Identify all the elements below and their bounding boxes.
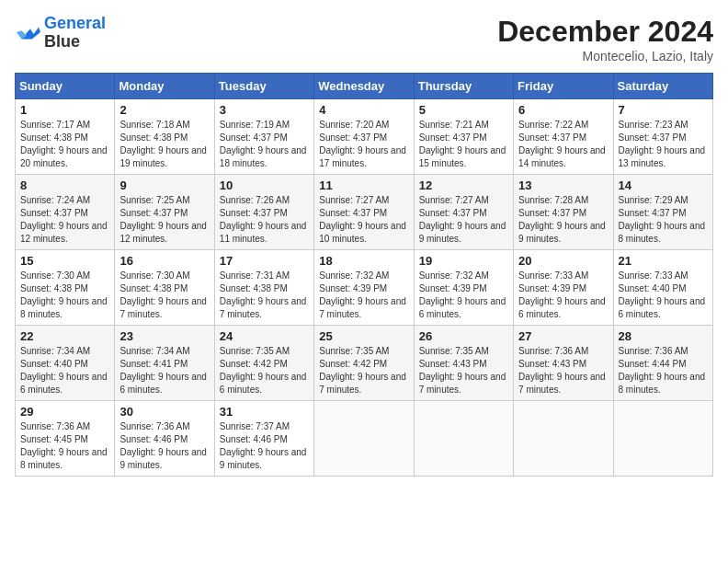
calendar-cell (613, 401, 712, 477)
day-number: 26 (419, 329, 508, 343)
svg-marker-0 (21, 27, 40, 39)
day-info: Sunrise: 7:26 AM Sunset: 4:37 PM Dayligh… (220, 194, 309, 246)
calendar-cell: 30Sunrise: 7:36 AM Sunset: 4:46 PM Dayli… (115, 401, 214, 477)
day-info: Sunrise: 7:36 AM Sunset: 4:43 PM Dayligh… (518, 345, 608, 396)
calendar-table: SundayMondayTuesdayWednesdayThursdayFrid… (15, 73, 713, 477)
logo-text: GeneralBlue (44, 15, 106, 52)
location: Montecelio, Lazio, Italy (497, 49, 713, 63)
day-info: Sunrise: 7:20 AM Sunset: 4:37 PM Dayligh… (319, 119, 408, 170)
logo: GeneralBlue (15, 15, 106, 52)
day-number: 21 (619, 254, 708, 268)
calendar-cell: 18Sunrise: 7:32 AM Sunset: 4:39 PM Dayli… (314, 250, 414, 326)
calendar-cell: 25Sunrise: 7:35 AM Sunset: 4:42 PM Dayli… (314, 326, 414, 401)
calendar-cell: 20Sunrise: 7:33 AM Sunset: 4:39 PM Dayli… (514, 250, 613, 326)
day-info: Sunrise: 7:18 AM Sunset: 4:38 PM Dayligh… (119, 119, 209, 170)
calendar-cell: 28Sunrise: 7:36 AM Sunset: 4:44 PM Dayli… (613, 326, 712, 401)
day-info: Sunrise: 7:19 AM Sunset: 4:37 PM Dayligh… (220, 119, 309, 170)
day-info: Sunrise: 7:23 AM Sunset: 4:37 PM Dayligh… (619, 119, 708, 170)
month-title: December 2024 (497, 15, 713, 49)
calendar-cell: 3Sunrise: 7:19 AM Sunset: 4:37 PM Daylig… (214, 99, 313, 175)
day-info: Sunrise: 7:35 AM Sunset: 4:42 PM Dayligh… (319, 345, 408, 396)
day-number: 16 (119, 254, 209, 268)
day-info: Sunrise: 7:30 AM Sunset: 4:38 PM Dayligh… (119, 270, 209, 321)
day-info: Sunrise: 7:27 AM Sunset: 4:37 PM Dayligh… (419, 194, 508, 246)
day-number: 20 (518, 254, 608, 268)
day-number: 13 (518, 178, 608, 192)
day-number: 19 (419, 254, 508, 268)
day-number: 25 (319, 329, 408, 343)
calendar-cell: 16Sunrise: 7:30 AM Sunset: 4:38 PM Dayli… (115, 250, 214, 326)
day-number: 1 (20, 103, 109, 117)
calendar-cell: 26Sunrise: 7:35 AM Sunset: 4:43 PM Dayli… (414, 326, 513, 401)
day-number: 10 (220, 178, 309, 192)
day-number: 15 (20, 254, 109, 268)
calendar-cell: 11Sunrise: 7:27 AM Sunset: 4:37 PM Dayli… (314, 175, 414, 250)
day-info: Sunrise: 7:30 AM Sunset: 4:38 PM Dayligh… (20, 270, 109, 321)
day-info: Sunrise: 7:31 AM Sunset: 4:38 PM Dayligh… (220, 270, 309, 321)
day-number: 4 (319, 103, 408, 117)
day-info: Sunrise: 7:33 AM Sunset: 4:39 PM Dayligh… (518, 270, 608, 321)
calendar-cell: 5Sunrise: 7:21 AM Sunset: 4:37 PM Daylig… (414, 99, 513, 175)
calendar-cell (414, 401, 513, 477)
day-number: 30 (119, 405, 209, 419)
calendar-week-row: 8Sunrise: 7:24 AM Sunset: 4:37 PM Daylig… (16, 175, 713, 250)
day-info: Sunrise: 7:33 AM Sunset: 4:40 PM Dayligh… (619, 270, 708, 321)
calendar-cell: 29Sunrise: 7:36 AM Sunset: 4:45 PM Dayli… (16, 401, 115, 477)
day-number: 8 (20, 178, 109, 192)
day-number: 11 (319, 178, 408, 192)
day-number: 14 (619, 178, 708, 192)
day-info: Sunrise: 7:34 AM Sunset: 4:41 PM Dayligh… (119, 345, 209, 396)
day-info: Sunrise: 7:17 AM Sunset: 4:38 PM Dayligh… (20, 119, 109, 170)
calendar-cell: 7Sunrise: 7:23 AM Sunset: 4:37 PM Daylig… (613, 99, 712, 175)
weekday-header-sunday: Sunday (16, 74, 115, 99)
calendar-cell: 6Sunrise: 7:22 AM Sunset: 4:37 PM Daylig… (514, 99, 613, 175)
calendar-cell: 2Sunrise: 7:18 AM Sunset: 4:38 PM Daylig… (115, 99, 214, 175)
day-info: Sunrise: 7:24 AM Sunset: 4:37 PM Dayligh… (20, 194, 109, 246)
day-number: 3 (220, 103, 309, 117)
calendar-cell: 8Sunrise: 7:24 AM Sunset: 4:37 PM Daylig… (16, 175, 115, 250)
day-number: 28 (619, 329, 708, 343)
calendar-cell: 4Sunrise: 7:20 AM Sunset: 4:37 PM Daylig… (314, 99, 414, 175)
calendar-cell (514, 401, 613, 477)
day-info: Sunrise: 7:36 AM Sunset: 4:46 PM Dayligh… (119, 420, 209, 472)
weekday-header-saturday: Saturday (613, 74, 712, 99)
weekday-header-friday: Friday (514, 74, 613, 99)
day-info: Sunrise: 7:35 AM Sunset: 4:43 PM Dayligh… (419, 345, 508, 396)
calendar-cell: 17Sunrise: 7:31 AM Sunset: 4:38 PM Dayli… (214, 250, 313, 326)
day-number: 23 (119, 329, 209, 343)
title-block: December 2024 Montecelio, Lazio, Italy (497, 15, 713, 63)
weekday-header-thursday: Thursday (414, 74, 513, 99)
calendar-cell: 31Sunrise: 7:37 AM Sunset: 4:46 PM Dayli… (214, 401, 313, 477)
day-number: 12 (419, 178, 508, 192)
day-info: Sunrise: 7:34 AM Sunset: 4:40 PM Dayligh… (20, 345, 109, 396)
weekday-header-wednesday: Wednesday (314, 74, 414, 99)
calendar-cell: 13Sunrise: 7:28 AM Sunset: 4:37 PM Dayli… (514, 175, 613, 250)
day-number: 18 (319, 254, 408, 268)
calendar-cell: 10Sunrise: 7:26 AM Sunset: 4:37 PM Dayli… (214, 175, 313, 250)
day-number: 6 (518, 103, 608, 117)
day-info: Sunrise: 7:27 AM Sunset: 4:37 PM Dayligh… (319, 194, 408, 246)
day-info: Sunrise: 7:35 AM Sunset: 4:42 PM Dayligh… (220, 345, 309, 396)
day-number: 31 (220, 405, 309, 419)
day-info: Sunrise: 7:36 AM Sunset: 4:44 PM Dayligh… (619, 345, 708, 396)
calendar-cell: 1Sunrise: 7:17 AM Sunset: 4:38 PM Daylig… (16, 99, 115, 175)
calendar-cell: 19Sunrise: 7:32 AM Sunset: 4:39 PM Dayli… (414, 250, 513, 326)
calendar-cell: 9Sunrise: 7:25 AM Sunset: 4:37 PM Daylig… (115, 175, 214, 250)
day-info: Sunrise: 7:29 AM Sunset: 4:37 PM Dayligh… (619, 194, 708, 246)
day-number: 2 (119, 103, 209, 117)
calendar-cell: 21Sunrise: 7:33 AM Sunset: 4:40 PM Dayli… (613, 250, 712, 326)
page-header: GeneralBlue December 2024 Montecelio, La… (15, 15, 713, 63)
day-info: Sunrise: 7:25 AM Sunset: 4:37 PM Dayligh… (119, 194, 209, 246)
day-info: Sunrise: 7:28 AM Sunset: 4:37 PM Dayligh… (518, 194, 608, 246)
day-number: 29 (20, 405, 109, 419)
day-number: 24 (220, 329, 309, 343)
day-number: 7 (619, 103, 708, 117)
calendar-cell: 24Sunrise: 7:35 AM Sunset: 4:42 PM Dayli… (214, 326, 313, 401)
calendar-cell: 27Sunrise: 7:36 AM Sunset: 4:43 PM Dayli… (514, 326, 613, 401)
calendar-week-row: 1Sunrise: 7:17 AM Sunset: 4:38 PM Daylig… (16, 99, 713, 175)
day-info: Sunrise: 7:36 AM Sunset: 4:45 PM Dayligh… (20, 420, 109, 472)
day-info: Sunrise: 7:22 AM Sunset: 4:37 PM Dayligh… (518, 119, 608, 170)
day-info: Sunrise: 7:21 AM Sunset: 4:37 PM Dayligh… (419, 119, 508, 170)
day-number: 5 (419, 103, 508, 117)
weekday-header-tuesday: Tuesday (214, 74, 313, 99)
